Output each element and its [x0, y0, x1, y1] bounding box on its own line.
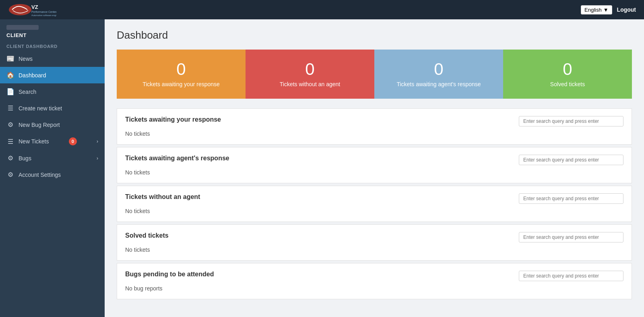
section-title-bugs-pending: Bugs pending to be attended	[125, 271, 214, 278]
sidebar-item-label-bugs: Bugs	[19, 155, 31, 162]
sidebar-item-bugs[interactable]: ⚙Bugs›	[0, 150, 105, 166]
svg-text:VZ: VZ	[31, 4, 38, 10]
arrow-icon-bugs: ›	[97, 155, 98, 161]
sidebar-item-news[interactable]: 📰News	[0, 50, 105, 67]
stat-label-awaiting-response: Tickets awaiting your response	[142, 81, 220, 87]
stat-label-without-agent: Tickets without an agent	[280, 81, 340, 87]
stat-number-solved: 0	[563, 61, 572, 78]
sidebar-item-new-bug-report[interactable]: ⚙New Bug Report	[0, 116, 105, 133]
stat-label-solved: Solved tickets	[550, 81, 585, 87]
sidebar-item-label-search: Search	[19, 89, 36, 95]
section-awaiting-agent-response: Tickets awaiting agent's responseNo tick…	[117, 147, 632, 183]
sidebar-item-create-ticket[interactable]: ☰Create new ticket	[0, 100, 105, 116]
main-layout: CLIENT CLIENT DASHBOARD 📰News🏠Dashboard📄…	[0, 19, 644, 317]
sidebar-user-label: CLIENT	[6, 32, 98, 38]
section-search-awaiting-agent-response[interactable]	[519, 155, 623, 165]
sidebar-user-area: CLIENT	[0, 19, 105, 41]
section-search-bugs-pending[interactable]	[519, 271, 623, 281]
stat-label-agent-response: Tickets awaiting agent's response	[396, 81, 481, 87]
stat-card-without-agent[interactable]: 0Tickets without an agent	[246, 50, 374, 99]
create-ticket-icon: ☰	[6, 104, 14, 112]
section-header-awaiting-your-response: Tickets awaiting your response	[125, 116, 623, 126]
section-bugs-pending: Bugs pending to be attendedNo bug report…	[117, 263, 632, 299]
sidebar-item-label-account-settings: Account Settings	[19, 172, 61, 178]
section-awaiting-your-response: Tickets awaiting your responseNo tickets	[117, 108, 632, 145]
stat-card-awaiting-response[interactable]: 0Tickets awaiting your response	[117, 50, 246, 99]
stat-card-solved[interactable]: 0Solved tickets	[503, 50, 632, 99]
news-icon: 📰	[6, 55, 14, 62]
stat-number-without-agent: 0	[305, 61, 314, 78]
section-solved-tickets: Solved ticketsNo tickets	[117, 224, 632, 261]
bugs-icon: ⚙	[6, 154, 14, 162]
sidebar-item-label-create-ticket: Create new ticket	[19, 105, 62, 112]
dropdown-arrow-icon: ▼	[603, 7, 609, 13]
section-empty-awaiting-your-response: No tickets	[125, 131, 623, 137]
stat-number-awaiting-response: 0	[176, 61, 186, 78]
language-selector[interactable]: English ▼	[581, 5, 612, 15]
account-settings-icon: ⚙	[6, 171, 14, 178]
stat-cards: 0Tickets awaiting your response0Tickets …	[117, 50, 632, 99]
section-title-solved-tickets: Solved tickets	[125, 232, 169, 239]
sections-container: Tickets awaiting your responseNo tickets…	[117, 108, 632, 299]
dashboard-icon: 🏠	[6, 71, 14, 79]
page-title: Dashboard	[117, 29, 632, 41]
sidebar: CLIENT CLIENT DASHBOARD 📰News🏠Dashboard📄…	[0, 19, 105, 317]
topbar: VZ Performance Center Automotive softwar…	[0, 0, 644, 19]
sidebar-item-search[interactable]: 📄Search	[0, 83, 105, 100]
logout-button[interactable]: Logout	[617, 6, 636, 13]
search-icon: 📄	[6, 88, 14, 95]
logo-area: VZ Performance Center Automotive softwar…	[8, 2, 56, 17]
section-header-without-agent: Tickets without an agent	[125, 193, 623, 204]
sidebar-item-label-dashboard: Dashboard	[19, 72, 46, 79]
stat-card-agent-response[interactable]: 0Tickets awaiting agent's response	[374, 50, 503, 99]
section-search-awaiting-your-response[interactable]	[519, 116, 623, 126]
svg-text:Performance Center: Performance Center	[31, 10, 56, 13]
stat-number-agent-response: 0	[434, 61, 443, 78]
section-empty-solved-tickets: No tickets	[125, 247, 623, 253]
section-header-bugs-pending: Bugs pending to be attended	[125, 271, 623, 281]
sidebar-item-label-news: News	[19, 56, 33, 62]
user-avatar-placeholder	[6, 25, 39, 30]
new-tickets-icon: ☰	[6, 138, 14, 145]
section-empty-bugs-pending: No bug reports	[125, 285, 623, 292]
topbar-right: English ▼ Logout	[581, 5, 636, 15]
section-empty-without-agent: No tickets	[125, 208, 623, 214]
sidebar-items-container: 📰News🏠Dashboard📄Search☰Create new ticket…	[0, 50, 105, 183]
section-search-solved-tickets[interactable]	[519, 232, 623, 242]
sidebar-item-new-tickets[interactable]: ☰New Tickets0›	[0, 133, 105, 150]
section-title-without-agent: Tickets without an agent	[125, 193, 200, 201]
sidebar-item-label-new-tickets: New Tickets	[19, 138, 49, 145]
section-header-awaiting-agent-response: Tickets awaiting agent's response	[125, 155, 623, 165]
section-empty-awaiting-agent-response: No tickets	[125, 169, 623, 176]
language-label: English	[584, 7, 602, 13]
main-content: Dashboard 0Tickets awaiting your respons…	[105, 19, 644, 317]
sidebar-item-account-settings[interactable]: ⚙Account Settings	[0, 166, 105, 183]
arrow-icon-new-tickets: ›	[97, 139, 98, 144]
new-bug-report-icon: ⚙	[6, 121, 14, 128]
section-search-without-agent[interactable]	[519, 193, 623, 204]
section-title-awaiting-your-response: Tickets awaiting your response	[125, 116, 221, 123]
badge-new-tickets: 0	[69, 137, 77, 145]
svg-text:Automotive software engineerin: Automotive software engineering	[31, 14, 56, 17]
section-without-agent: Tickets without an agentNo tickets	[117, 186, 632, 222]
section-title-awaiting-agent-response: Tickets awaiting agent's response	[125, 155, 229, 162]
sidebar-section-label: CLIENT DASHBOARD	[0, 41, 105, 50]
sidebar-item-dashboard[interactable]: 🏠Dashboard	[0, 67, 105, 83]
section-header-solved-tickets: Solved tickets	[125, 232, 623, 242]
logo-image: VZ Performance Center Automotive softwar…	[8, 2, 56, 17]
sidebar-item-label-new-bug-report: New Bug Report	[19, 122, 60, 128]
